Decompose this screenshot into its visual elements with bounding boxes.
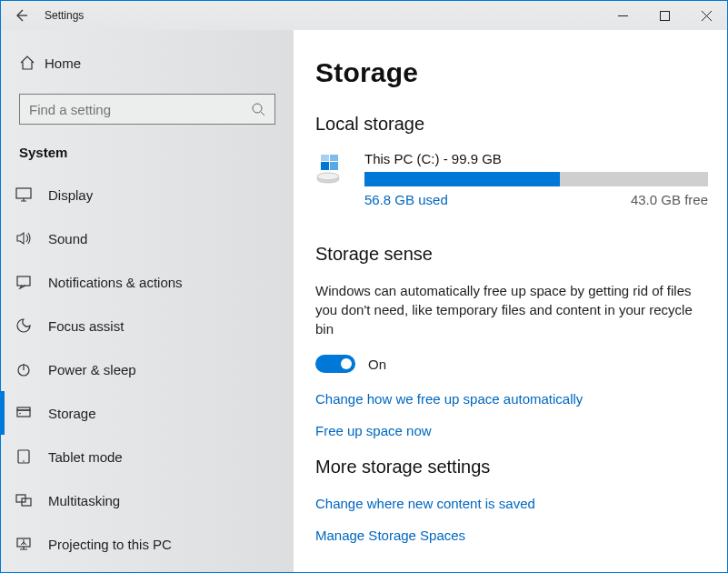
svg-point-9 xyxy=(23,460,25,462)
drive-row[interactable]: This PC (C:) - 99.9 GB 56.8 GB used 43.0… xyxy=(315,151,727,207)
back-button[interactable] xyxy=(1,1,41,30)
maximize-button[interactable] xyxy=(643,1,685,30)
sidebar-item-tablet[interactable]: Tablet mode xyxy=(1,435,294,478)
titlebar: Settings xyxy=(1,1,727,30)
svg-rect-3 xyxy=(17,276,30,286)
sidebar-section-label: System xyxy=(1,141,294,173)
drive-icon xyxy=(315,155,348,187)
free-label: 43.0 GB free xyxy=(631,192,708,207)
sound-icon xyxy=(15,230,45,246)
maximize-icon xyxy=(660,11,670,21)
sidebar-item-multitask[interactable]: Multitasking xyxy=(1,478,294,522)
selection-bar xyxy=(1,435,5,478)
sidebar-item-project[interactable]: Projecting to this PC xyxy=(1,522,294,566)
svg-rect-15 xyxy=(321,162,329,170)
selection-bar xyxy=(1,522,5,566)
page-title: Storage xyxy=(315,57,727,88)
tablet-icon xyxy=(15,448,45,465)
settings-window: Settings Home System DisplaySoundN xyxy=(0,0,728,573)
storage-usage-fill xyxy=(364,172,560,186)
focus-icon xyxy=(15,317,45,334)
link-change-save-location[interactable]: Change where new content is saved xyxy=(315,496,727,511)
svg-rect-18 xyxy=(330,155,338,161)
selection-bar xyxy=(1,478,5,522)
search-field[interactable] xyxy=(29,102,251,117)
sidebar-item-label: Projecting to this PC xyxy=(45,537,172,552)
sidebar-item-sound[interactable]: Sound xyxy=(1,216,294,260)
drive-name: This PC (C:) - 99.9 GB xyxy=(364,151,708,166)
minimize-button[interactable] xyxy=(602,1,643,30)
home-icon xyxy=(19,55,45,71)
storage-icon xyxy=(15,405,45,421)
selection-bar xyxy=(1,173,5,216)
svg-rect-6 xyxy=(17,407,30,410)
storage-usage-bar xyxy=(364,172,708,186)
sidebar-item-label: Focus assist xyxy=(45,318,124,334)
project-icon xyxy=(15,536,45,552)
sidebar-item-focus[interactable]: Focus assist xyxy=(1,304,294,347)
svg-point-14 xyxy=(317,173,339,180)
sidebar-item-storage[interactable]: Storage xyxy=(1,391,294,435)
storage-sense-toggle[interactable] xyxy=(315,355,355,373)
svg-rect-2 xyxy=(16,188,31,198)
more-settings-heading: More storage settings xyxy=(315,457,727,478)
link-manage-storage-spaces[interactable]: Manage Storage Spaces xyxy=(315,528,727,543)
selection-bar xyxy=(1,304,5,347)
power-icon xyxy=(15,361,45,377)
link-free-up-now[interactable]: Free up space now xyxy=(315,423,727,438)
sidebar-item-notifications[interactable]: Notifications & actions xyxy=(1,260,294,304)
selection-bar xyxy=(1,391,5,435)
display-icon xyxy=(15,186,45,203)
sidebar-item-label: Multitasking xyxy=(45,493,120,508)
link-change-auto[interactable]: Change how we free up space automaticall… xyxy=(315,391,727,407)
search-icon xyxy=(251,102,265,116)
close-icon xyxy=(702,11,712,21)
selection-bar xyxy=(1,260,5,304)
close-button[interactable] xyxy=(685,1,727,30)
used-label: 56.8 GB used xyxy=(364,192,448,207)
svg-rect-0 xyxy=(660,11,669,20)
multitask-icon xyxy=(15,492,45,508)
selection-bar xyxy=(1,347,5,391)
sidebar-item-label: Display xyxy=(45,187,93,203)
sidebar: Home System DisplaySoundNotifications & … xyxy=(1,30,294,572)
window-controls xyxy=(602,1,727,30)
local-storage-heading: Local storage xyxy=(315,114,727,135)
minimize-icon xyxy=(618,11,628,21)
sidebar-item-label: Tablet mode xyxy=(45,449,123,465)
svg-point-1 xyxy=(253,104,262,113)
selection-bar xyxy=(1,216,5,260)
main-content: Storage Local storage This PC (C:) - 99.… xyxy=(294,30,727,572)
back-arrow-icon xyxy=(14,8,28,23)
sidebar-item-label: Power & sleep xyxy=(45,362,136,377)
sidebar-item-label: Sound xyxy=(45,231,87,246)
sidebar-item-display[interactable]: Display xyxy=(1,173,294,216)
home-nav[interactable]: Home xyxy=(1,45,294,81)
svg-point-7 xyxy=(19,413,21,415)
sidebar-item-power[interactable]: Power & sleep xyxy=(1,347,294,391)
search-input[interactable] xyxy=(19,94,275,125)
storage-sense-heading: Storage sense xyxy=(315,244,727,265)
storage-sense-body: Windows can automatically free up space … xyxy=(315,281,697,338)
toggle-label: On xyxy=(368,357,386,372)
svg-rect-16 xyxy=(330,162,338,170)
app-title: Settings xyxy=(41,9,84,22)
notifications-icon xyxy=(15,274,45,290)
svg-rect-17 xyxy=(321,155,329,161)
sidebar-item-label: Storage xyxy=(45,406,96,421)
sidebar-item-label: Notifications & actions xyxy=(45,275,183,290)
svg-rect-5 xyxy=(17,410,30,417)
toggle-knob xyxy=(341,358,352,369)
home-label: Home xyxy=(45,55,81,71)
